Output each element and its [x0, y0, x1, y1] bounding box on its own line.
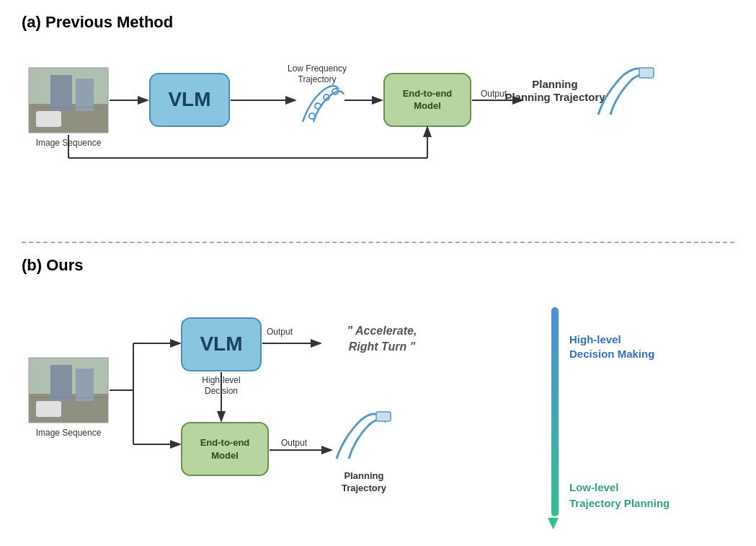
output-label-b1: Output: [267, 327, 293, 337]
svg-text:Planning: Planning: [532, 78, 577, 90]
section-a: (a) Previous Method Image Sequence: [22, 13, 734, 215]
svg-rect-18: [639, 68, 654, 78]
svg-point-10: [309, 113, 315, 119]
low-level-plan-label-line2: Trajectory Planning: [569, 497, 670, 509]
svg-text:Trajectory: Trajectory: [298, 74, 337, 84]
diagram: (a) Previous Method Image Sequence: [0, 0, 756, 546]
image-label-b: Image Sequence: [36, 428, 102, 438]
bar-arrow: [548, 518, 559, 529]
output-label-a: Output: [481, 89, 507, 99]
vlm-label-a: VLM: [168, 88, 210, 110]
ete-label-a: Model: [414, 100, 441, 111]
high-level-making-label-line1: High-level: [569, 333, 621, 345]
section-b-title: (b) Ours: [22, 256, 734, 275]
planning-traj-label-a: Planning Trajectory: [504, 91, 605, 103]
output-label-b2: Output: [281, 438, 308, 448]
ete-label-b: Model: [211, 450, 239, 461]
level-bar: [551, 307, 559, 516]
accel-quote-line2: Right Turn ": [349, 340, 416, 353]
low-freq-label: Low Frequency: [288, 63, 347, 74]
section-b: (b) Ours: [22, 256, 734, 546]
svg-rect-28: [76, 369, 94, 401]
section-a-title: (a) Previous Method: [22, 13, 734, 32]
svg-text:Planning: Planning: [344, 470, 384, 481]
traj-icon-a: [303, 86, 344, 122]
svg-rect-27: [50, 365, 72, 401]
planning-traj-icon-a: [598, 68, 654, 115]
high-level-making-label-line2: Decision Making: [569, 348, 654, 360]
image-sequence-b: Image Sequence: [29, 358, 108, 438]
svg-text:End-to-end: End-to-end: [200, 437, 250, 448]
section-a-diagram: Image Sequence VLM Low Frequency Traject…: [22, 39, 728, 212]
ete-box-b: [182, 423, 268, 475]
svg-text:End-to-end: End-to-end: [403, 88, 453, 99]
svg-rect-3: [76, 79, 94, 111]
accel-quote-line1: " Accelerate,: [347, 325, 417, 337]
low-level-plan-label-line1: Low-level: [569, 481, 618, 493]
vlm-label-b: VLM: [200, 333, 242, 355]
svg-rect-6: [36, 111, 61, 127]
planning-traj-label-b: Trajectory: [342, 483, 387, 493]
section-b-diagram: Image Sequence VLM Output " Accelerate, …: [22, 286, 735, 546]
svg-rect-2: [50, 75, 72, 111]
svg-rect-41: [376, 412, 391, 421]
section-divider: [22, 242, 734, 243]
planning-traj-icon-b: [337, 412, 391, 459]
svg-rect-31: [36, 401, 61, 417]
